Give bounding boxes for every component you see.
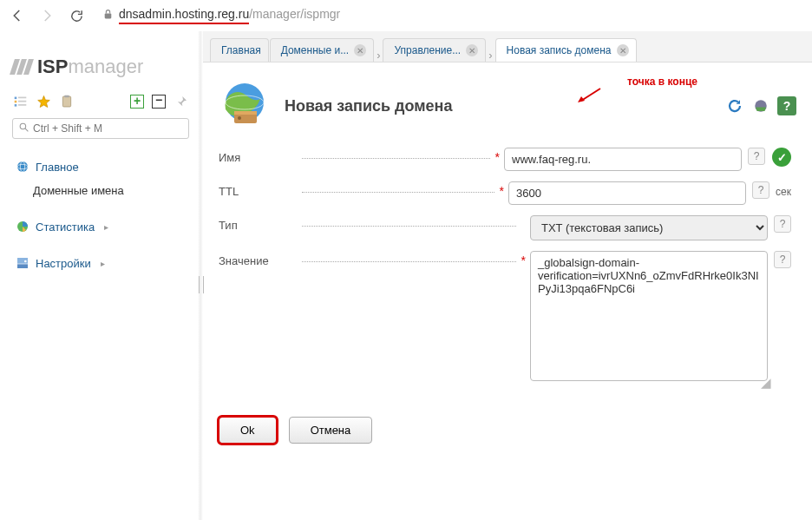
record-form: Имя * ? ✓ TTL * ? сек Тип xyxy=(219,148,791,444)
main-area: Главная Доменные и...✕ › Управление...✕ … xyxy=(203,31,812,520)
ttl-suffix: сек xyxy=(776,181,791,198)
refresh-icon[interactable] xyxy=(725,96,744,115)
annotation-text: точка в конце xyxy=(627,76,697,88)
field-label-type: Тип xyxy=(219,215,297,235)
star-icon[interactable] xyxy=(36,94,51,109)
field-label-ttl: TTL xyxy=(219,181,297,201)
arrow-icon xyxy=(576,87,602,104)
sidebar-item-label: Настройки xyxy=(36,257,91,270)
sidebar-search[interactable] xyxy=(12,118,189,139)
add-icon[interactable]: + xyxy=(130,95,144,109)
search-input[interactable] xyxy=(33,122,183,135)
list-icon[interactable] xyxy=(12,94,28,109)
search-icon xyxy=(18,122,29,135)
sidebar-toolbar: + − xyxy=(12,94,189,109)
tab-home[interactable]: Главная xyxy=(210,38,269,62)
cancel-button[interactable]: Отмена xyxy=(289,417,373,444)
reload-button[interactable] xyxy=(66,5,87,26)
remove-icon[interactable]: − xyxy=(152,95,166,109)
chevron-right-icon: › xyxy=(487,49,494,62)
required-marker: * xyxy=(495,148,504,164)
type-select[interactable]: TXT (текстовая запись) xyxy=(530,215,768,240)
sidebar-item-label: Главное xyxy=(36,161,79,174)
help-icon[interactable]: ? xyxy=(752,181,769,199)
clipboard-icon[interactable] xyxy=(59,94,75,109)
value-textarea[interactable]: _globalsign-domain-verification=ivrUXNn6… xyxy=(530,251,768,381)
close-icon[interactable]: ✕ xyxy=(354,44,366,56)
svg-rect-8 xyxy=(64,95,69,98)
sidebar-item-main[interactable]: Главное xyxy=(12,155,189,179)
valid-icon: ✓ xyxy=(772,148,791,167)
svg-rect-0 xyxy=(105,13,112,18)
lock-icon xyxy=(102,9,114,23)
help-icon[interactable]: ? xyxy=(774,251,791,268)
ttl-input[interactable] xyxy=(508,181,746,205)
svg-rect-15 xyxy=(17,264,28,268)
url-text: dnsadmin.hosting.reg.ru/manager/ispmgr xyxy=(119,7,340,24)
pin-icon[interactable] xyxy=(174,94,189,109)
address-bar[interactable]: dnsadmin.hosting.reg.ru/manager/ispmgr xyxy=(95,3,805,28)
svg-rect-6 xyxy=(17,104,25,106)
disk-icon[interactable] xyxy=(751,96,770,115)
tab-new-record[interactable]: Новая запись домена✕ xyxy=(495,38,637,62)
forward-button[interactable] xyxy=(36,5,57,26)
svg-point-9 xyxy=(20,123,26,129)
svg-rect-1 xyxy=(14,96,16,99)
svg-rect-3 xyxy=(14,104,16,107)
tab-manage[interactable]: Управление...✕ xyxy=(383,38,486,62)
name-input[interactable] xyxy=(504,148,742,171)
help-icon[interactable]: ? xyxy=(774,215,791,233)
field-label-name: Имя xyxy=(219,148,297,168)
globe-icon xyxy=(219,80,271,132)
sidebar-item-domains[interactable]: Доменные имена xyxy=(12,179,189,202)
svg-rect-7 xyxy=(62,96,70,107)
tab-bar: Главная Доменные и...✕ › Управление...✕ … xyxy=(203,31,812,63)
help-icon[interactable]: ? xyxy=(777,96,796,115)
svg-rect-4 xyxy=(17,96,25,98)
svg-point-11 xyxy=(17,161,28,172)
required-marker: * xyxy=(521,251,530,267)
close-icon[interactable]: ✕ xyxy=(466,44,478,56)
sidebar-item-label: Статистика xyxy=(36,221,95,234)
back-button[interactable] xyxy=(7,5,28,26)
tab-domains[interactable]: Доменные и...✕ xyxy=(270,38,374,62)
svg-rect-2 xyxy=(14,100,16,102)
page-title: Новая запись домена xyxy=(285,97,452,115)
svg-line-10 xyxy=(25,128,28,131)
svg-point-17 xyxy=(24,260,27,263)
svg-point-23 xyxy=(238,116,241,120)
sidebar-item-label: Доменные имена xyxy=(33,184,124,197)
ok-button[interactable]: Ok xyxy=(219,417,277,444)
sidebar-item-settings[interactable]: Настройки▸ xyxy=(12,251,189,275)
svg-rect-5 xyxy=(17,100,25,102)
svg-rect-22 xyxy=(234,111,257,115)
close-icon[interactable]: ✕ xyxy=(617,44,629,56)
logo: ISPmanager xyxy=(12,56,189,78)
sidebar: ISPmanager + − xyxy=(0,31,198,520)
help-icon[interactable]: ? xyxy=(748,148,765,165)
chevron-right-icon: › xyxy=(375,49,382,62)
svg-line-18 xyxy=(581,89,600,101)
required-marker: * xyxy=(500,181,508,198)
field-label-value: Значение xyxy=(219,251,297,271)
browser-toolbar: dnsadmin.hosting.reg.ru/manager/ispmgr xyxy=(0,0,812,31)
sidebar-item-stats[interactable]: Статистика▸ xyxy=(12,214,189,239)
